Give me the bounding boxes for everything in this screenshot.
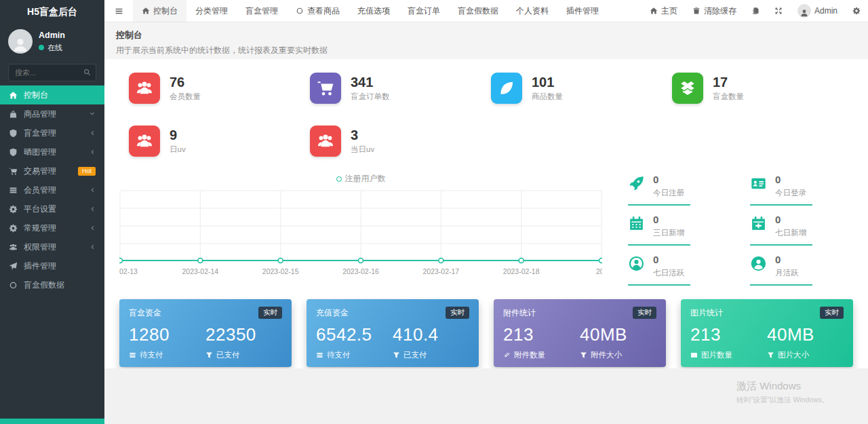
quickstat-3day-new: 0 三日新增 <box>628 214 731 246</box>
quickstat-7day-active: 0 七日活跃 <box>628 254 731 286</box>
fullscreen-icon[interactable] <box>767 7 790 15</box>
clear-cache-button[interactable]: 清除缓存 <box>685 5 744 17</box>
nav-tab-blindbox[interactable]: 盲盒管理 <box>237 0 287 22</box>
sidebar-menu: 控制台 商品管理 盲盒管理 晒图管理 交易管理 Hot 会员管理 平台设置 <box>0 85 104 294</box>
page-header: 控制台 用于展示当前系统中的统计数据，统计报表及重要实时数据 <box>104 22 868 59</box>
list-icon <box>316 351 323 359</box>
card-title: 图片统计 <box>690 307 723 319</box>
users-icon <box>129 126 160 157</box>
image-icon <box>690 351 698 359</box>
gear-icon[interactable] <box>845 7 868 15</box>
realtime-badge[interactable]: 实时 <box>446 307 469 319</box>
shield-icon <box>9 148 18 157</box>
quickstat-today-register: 0 今日注册 <box>628 174 731 206</box>
funnel-icon <box>393 351 400 359</box>
nav-tab-blindbox-orders[interactable]: 盲盒订单 <box>399 0 449 22</box>
cart-icon <box>9 167 18 176</box>
sidebar-item-blindbox[interactable]: 盲盒管理 <box>0 123 104 142</box>
realtime-badge[interactable]: 实时 <box>258 307 282 319</box>
page-description: 用于展示当前系统中的统计数据，统计报表及重要实时数据 <box>116 45 856 56</box>
sidebar-item-dashboard[interactable]: 控制台 <box>0 85 104 104</box>
paper-plane-icon <box>9 262 18 271</box>
chart-row: 注册用户数 02-132023-02-142023-02-152023-02-1… <box>119 173 853 286</box>
search-icon[interactable] <box>83 68 92 77</box>
sidebar-item-products[interactable]: 商品管理 <box>0 104 104 123</box>
chevron-left-icon <box>89 225 96 231</box>
sidebar-user-panel: Admin 在线 <box>0 23 104 59</box>
users-icon <box>129 73 160 104</box>
stats-grid: 76 会员数量 341 盲盒订单数 101 商品数量 17 盲盒数量 9 日u <box>129 73 853 157</box>
home-link[interactable]: 主页 <box>642 5 685 17</box>
users-icon <box>9 243 18 252</box>
paperclip-icon <box>503 351 511 359</box>
username: Admin <box>39 31 65 40</box>
user-circle-filled-icon <box>750 255 767 272</box>
sidebar-item-trade[interactable]: 交易管理 Hot <box>0 161 104 180</box>
user-menu[interactable]: Admin <box>790 4 845 18</box>
shield-icon <box>9 129 18 138</box>
gear-icon <box>9 224 18 233</box>
windows-activation-watermark: 激活 Windows 转到“设置”以激活 Windows。 <box>736 380 829 405</box>
stat-blindboxes: 17 盲盒数量 <box>672 73 853 104</box>
sidebar-item-photos[interactable]: 晒图管理 <box>0 142 104 161</box>
summary-cards: 盲盒资金 实时 1280 待支付 22350 已支付 充值资金 实时 6542.… <box>119 299 853 367</box>
file-icon[interactable] <box>744 7 767 15</box>
card-title: 盲盒资金 <box>129 307 161 319</box>
sidebar-item-general[interactable]: 常规管理 <box>0 218 104 237</box>
content-area: 控制台 用于展示当前系统中的统计数据，统计报表及重要实时数据 76 会员数量 3… <box>104 22 868 424</box>
card-blindbox-funds: 盲盒资金 实时 1280 待支付 22350 已支付 <box>119 299 292 367</box>
x-axis-label: 02-13 <box>119 267 138 275</box>
funnel-icon <box>205 351 213 359</box>
x-axis-label: 2023-02-17 <box>422 267 459 275</box>
sidebar-item-fake-data[interactable]: 盲盒假数据 <box>0 275 104 294</box>
nav-tab-profile[interactable]: 个人资料 <box>507 0 557 22</box>
nav-tab-fake-data[interactable]: 盲盒假数据 <box>449 0 507 22</box>
stat-products: 101 商品数量 <box>491 73 672 104</box>
bag-icon <box>9 110 18 119</box>
rocket-icon <box>628 175 645 192</box>
leaf-icon <box>491 73 522 104</box>
app-title: H5盲盒后台 <box>0 0 104 23</box>
avatar[interactable] <box>8 29 33 54</box>
nav-tab-dashboard[interactable]: 控制台 <box>133 0 186 22</box>
sidebar-item-plugins[interactable]: 插件管理 <box>0 256 104 275</box>
stat-daily-uv: 9 日uv <box>129 126 310 157</box>
x-axis-label: 2023-02-15 <box>262 267 299 275</box>
funnel-icon <box>767 351 774 359</box>
calendar-icon <box>628 215 645 232</box>
sidebar-item-members[interactable]: 会员管理 <box>0 180 104 199</box>
circle-icon <box>9 281 18 290</box>
realtime-badge[interactable]: 实时 <box>820 307 844 319</box>
trash-icon <box>692 7 701 15</box>
footer-area: 激活 Windows 转到“设置”以激活 Windows。 <box>104 368 868 424</box>
chart-plot <box>119 190 602 265</box>
sidebar-footer-bar <box>0 419 104 424</box>
user-circle-icon <box>628 255 645 272</box>
menu-toggle-icon[interactable] <box>104 0 133 22</box>
card-attachment-stats: 附件统计 实时 213 附件数量 40MB 附件大小 <box>494 299 666 367</box>
main-panel: 76 会员数量 341 盲盒订单数 101 商品数量 17 盲盒数量 9 日u <box>104 59 868 368</box>
status-dot-icon <box>39 45 44 50</box>
sidebar-item-permissions[interactable]: 权限管理 <box>0 237 104 256</box>
home-icon <box>650 7 658 15</box>
nav-tab-category[interactable]: 分类管理 <box>186 0 237 22</box>
nav-tab-view-products[interactable]: 查看商品 <box>287 0 349 22</box>
navbar-right: 主页 清除缓存 Admin <box>642 0 868 22</box>
registered-users-chart: 注册用户数 02-132023-02-142023-02-152023-02-1… <box>119 173 602 286</box>
legend-marker-icon <box>336 176 342 182</box>
nav-tab-recharge-options[interactable]: 充值选项 <box>349 0 399 22</box>
nav-tab-plugins[interactable]: 插件管理 <box>557 0 608 22</box>
home-icon <box>9 91 18 100</box>
chevron-left-icon <box>89 149 96 155</box>
stat-members: 76 会员数量 <box>129 73 310 104</box>
sidebar-item-platform-settings[interactable]: 平台设置 <box>0 199 104 218</box>
chevron-left-icon <box>89 187 96 193</box>
users-icon <box>310 126 341 157</box>
x-axis-label: 2023-0 <box>596 267 602 275</box>
trade-badge: Hot <box>78 167 96 176</box>
page-title: 控制台 <box>116 29 856 41</box>
chevron-down-icon <box>89 111 96 117</box>
funnel-icon <box>580 351 587 359</box>
chart-legend[interactable]: 注册用户数 <box>119 173 602 185</box>
realtime-badge[interactable]: 实时 <box>633 307 656 319</box>
